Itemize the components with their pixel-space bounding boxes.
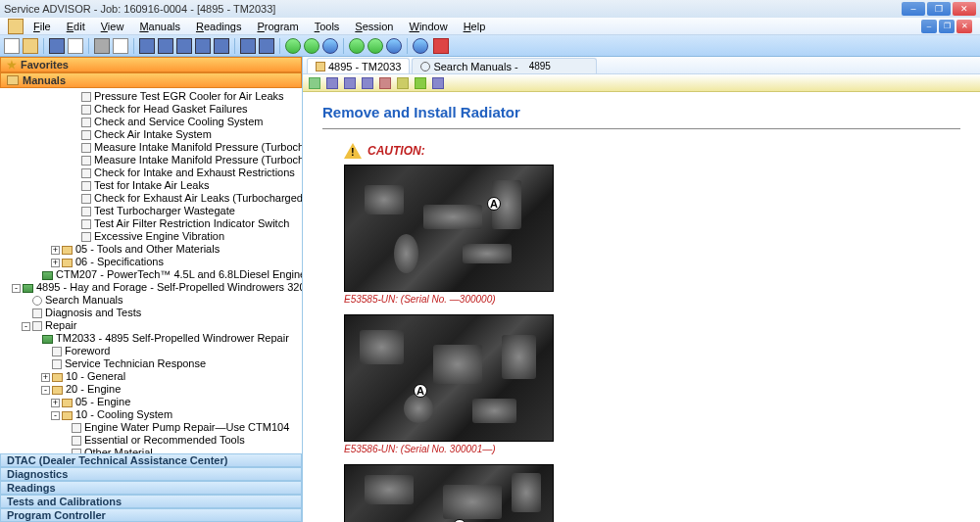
- tree-item[interactable]: Excessive Engine Vibration: [0, 230, 302, 243]
- manual-tree[interactable]: Pressure Test EGR Cooler for Air LeaksCh…: [0, 88, 302, 453]
- search-input[interactable]: [525, 60, 584, 73]
- tree-item[interactable]: Service Technician Response: [0, 357, 302, 370]
- close-panel-icon[interactable]: [433, 38, 449, 54]
- expand-icon[interactable]: +: [41, 373, 50, 382]
- tree-label: 06 - Specifications: [75, 256, 164, 267]
- tab-manual[interactable]: 4895 - TM2033: [307, 58, 410, 73]
- nav3-icon[interactable]: [386, 38, 402, 54]
- tool2-icon[interactable]: [158, 38, 173, 54]
- tree-item[interactable]: +06 - Specifications: [0, 256, 302, 268]
- tree-item[interactable]: Test Turbocharger Wastegate: [0, 205, 302, 217]
- tree-item[interactable]: +05 - Engine: [0, 396, 302, 408]
- ct-tool3-icon[interactable]: [362, 77, 373, 89]
- mdi-close-button[interactable]: ✕: [956, 20, 972, 33]
- tree-item[interactable]: Test for Intake Air Leaks: [0, 179, 302, 192]
- menu-file[interactable]: File: [27, 20, 57, 33]
- tree-item[interactable]: Check for Head Gasket Failures: [0, 103, 302, 116]
- tab-search[interactable]: Search Manuals -: [412, 58, 596, 73]
- tree-item[interactable]: -20 - Engine: [0, 383, 302, 396]
- tree-item[interactable]: Essential or Recommended Tools: [0, 434, 302, 447]
- mdi-restore-button[interactable]: ❐: [939, 20, 955, 33]
- tree-item[interactable]: +10 - General: [0, 370, 302, 383]
- tree-item[interactable]: Test Air Filter Restriction Indicator Sw…: [0, 217, 302, 230]
- tool3-icon[interactable]: [176, 38, 192, 54]
- tree-item[interactable]: Engine Water Pump Repair—Use CTM104: [0, 421, 302, 434]
- ct-tool5-icon[interactable]: [397, 77, 409, 89]
- ct-flag-icon[interactable]: [415, 77, 426, 89]
- tree-item[interactable]: Search Manuals: [0, 294, 302, 307]
- expand-icon[interactable]: -: [22, 322, 30, 331]
- tool4-icon[interactable]: [195, 38, 211, 54]
- expand-icon[interactable]: -: [12, 284, 21, 293]
- expand-icon[interactable]: -: [41, 386, 50, 395]
- sidebar-manuals-header[interactable]: Manuals: [0, 72, 302, 88]
- menu-manuals[interactable]: Manuals: [133, 20, 186, 33]
- help-icon[interactable]: [413, 38, 428, 54]
- ct-tool1-icon[interactable]: [326, 77, 338, 89]
- back-icon[interactable]: [285, 38, 301, 54]
- expand-icon[interactable]: -: [51, 411, 60, 420]
- tool6-icon[interactable]: [240, 38, 256, 54]
- close-button[interactable]: ✕: [953, 2, 976, 16]
- mdi-minimize-button[interactable]: –: [921, 20, 937, 33]
- ct-tool4-icon[interactable]: [379, 77, 391, 89]
- panel-readings[interactable]: Readings: [0, 481, 302, 495]
- minimize-button[interactable]: –: [902, 2, 925, 16]
- print-icon[interactable]: [94, 38, 110, 54]
- menu-readings[interactable]: Readings: [190, 20, 248, 33]
- sidebar-favorites-header[interactable]: ★ Favorites: [0, 57, 302, 72]
- divider: [322, 128, 960, 129]
- tree-item[interactable]: Check for Intake and Exhaust Restriction…: [0, 166, 302, 179]
- tool7-icon[interactable]: [259, 38, 274, 54]
- panel-tests[interactable]: Tests and Calibrations: [0, 495, 302, 508]
- tree-label: Check for Head Gasket Failures: [94, 103, 248, 115]
- tree-item[interactable]: Measure Intake Manifold Pressure (Turboc…: [0, 154, 302, 166]
- nav2-icon[interactable]: [368, 38, 383, 54]
- tree-item[interactable]: +05 - Tools and Other Materials: [0, 243, 302, 256]
- tree-item[interactable]: Other Material: [0, 447, 302, 453]
- tree-item[interactable]: -4895 - Hay and Forage - Self-Propelled …: [0, 281, 302, 294]
- panel-diagnostics[interactable]: Diagnostics: [0, 467, 302, 481]
- new-icon[interactable]: [4, 38, 20, 54]
- tree-item[interactable]: TM2033 - 4895 Self-Propelled Windrower R…: [0, 332, 302, 345]
- menu-view[interactable]: View: [95, 20, 130, 33]
- document-view[interactable]: Remove and Install Radiator CAUTION: A E…: [303, 92, 980, 522]
- tree-item[interactable]: Diagnosis and Tests: [0, 307, 302, 319]
- tree-item[interactable]: -Repair: [0, 319, 302, 332]
- menu-edit[interactable]: Edit: [61, 20, 91, 33]
- panel-program[interactable]: Program Controller: [0, 508, 302, 522]
- ct-tool2-icon[interactable]: [344, 77, 356, 89]
- app-icon: [8, 19, 24, 34]
- expand-icon[interactable]: +: [51, 399, 60, 407]
- menu-tools[interactable]: Tools: [309, 20, 346, 33]
- tree-item[interactable]: -10 - Cooling System: [0, 408, 302, 421]
- tree-item[interactable]: Check Air Intake System: [0, 128, 302, 141]
- save-icon[interactable]: [49, 38, 65, 54]
- tree-item[interactable]: Pressure Test EGR Cooler for Air Leaks: [0, 90, 302, 103]
- tree-item[interactable]: Check for Exhaust Air Leaks (Turbocharge…: [0, 192, 302, 205]
- preview-icon[interactable]: [113, 38, 128, 54]
- tree-item[interactable]: Foreword: [0, 345, 302, 357]
- ct-tool6-icon[interactable]: [432, 77, 444, 89]
- tool1-icon[interactable]: [139, 38, 155, 54]
- forward-icon[interactable]: [304, 38, 319, 54]
- menu-window[interactable]: Window: [403, 20, 453, 33]
- maximize-button[interactable]: ❐: [927, 2, 951, 16]
- expand-icon[interactable]: +: [51, 246, 60, 255]
- ct-back-icon[interactable]: [309, 77, 320, 89]
- sidebar: ★ Favorites Manuals Pressure Test EGR Co…: [0, 57, 303, 522]
- open-icon[interactable]: [23, 38, 38, 54]
- panel-dtac[interactable]: DTAC (Dealer Technical Assistance Center…: [0, 453, 302, 467]
- menu-help[interactable]: Help: [458, 20, 492, 33]
- tool5-icon[interactable]: [214, 38, 229, 54]
- tree-label: Test Air Filter Restriction Indicator Sw…: [94, 217, 289, 229]
- tree-item[interactable]: CTM207 - PowerTech™ 4.5L and 6.8LDiesel …: [0, 268, 302, 281]
- nav1-icon[interactable]: [349, 38, 365, 54]
- menu-program[interactable]: Program: [251, 20, 304, 33]
- doc-icon[interactable]: [68, 38, 83, 54]
- refresh-icon[interactable]: [322, 38, 338, 54]
- expand-icon[interactable]: +: [51, 259, 60, 267]
- menu-session[interactable]: Session: [349, 20, 399, 33]
- tree-item[interactable]: Check and Service Cooling System: [0, 116, 302, 128]
- tree-item[interactable]: Measure Intake Manifold Pressure (Turboc…: [0, 141, 302, 154]
